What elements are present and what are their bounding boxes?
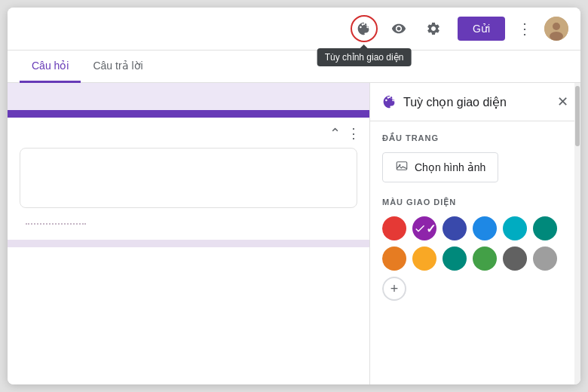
palette-button[interactable] (351, 15, 378, 42)
eye-icon (391, 21, 406, 36)
svg-point-1 (553, 23, 560, 30)
add-color-button[interactable]: + (382, 277, 406, 301)
color-orange[interactable] (382, 247, 406, 271)
tab-answers[interactable]: Câu trả lời (81, 51, 155, 83)
main-content: ⌃ ⋮ Tuỳ chọn giao diện ✕ Đ (8, 83, 580, 384)
header-icons: Tùy chỉnh giao diện Gửi ⋮ (351, 15, 568, 42)
accent-bar (8, 110, 369, 118)
preview-button[interactable] (385, 15, 412, 42)
gear-icon (426, 21, 441, 36)
avatar-image (544, 17, 568, 41)
color-blue[interactable] (473, 216, 497, 240)
color-gray[interactable] (533, 247, 557, 271)
choose-image-button[interactable]: Chọn hình ảnh (382, 152, 498, 182)
dotted-divider (26, 223, 86, 225)
close-panel-button[interactable]: ✕ (557, 93, 568, 110)
palette-btn-wrapper: Tùy chỉnh giao diện (351, 15, 378, 42)
color-grid (382, 216, 568, 271)
question-more-icon[interactable]: ⋮ (347, 125, 360, 142)
panel-header: Tuỳ chọn giao diện ✕ (370, 83, 580, 121)
tab-questions[interactable]: Câu hỏi (20, 51, 81, 83)
image-svg-icon (395, 159, 409, 173)
avatar[interactable] (544, 17, 568, 41)
checkmark-icon (414, 222, 426, 234)
left-panel: ⌃ ⋮ (8, 83, 369, 384)
scrollbar-thumb[interactable] (575, 86, 580, 146)
panel-title: Tuỳ chọn giao diện (403, 95, 551, 109)
color-teal[interactable] (533, 216, 557, 240)
panel-body: ĐẦU TRANG Chọn hình ảnh MÀU GIAO DIỆN (370, 121, 580, 384)
more-button[interactable]: ⋮ (513, 17, 537, 41)
palette-icon (357, 21, 372, 36)
svg-point-2 (550, 32, 563, 41)
scrollbar-track (574, 83, 580, 384)
theme-palette-icon (382, 94, 397, 109)
color-red[interactable] (382, 216, 406, 240)
settings-button[interactable] (420, 15, 447, 42)
svg-rect-3 (397, 162, 407, 170)
add-color-label: + (390, 281, 399, 297)
main-window: Tùy chỉnh giao diện Gửi ⋮ (8, 8, 580, 384)
color-indigo[interactable] (443, 216, 467, 240)
header: Tùy chỉnh giao diện Gửi ⋮ (8, 8, 580, 51)
color-green-teal[interactable] (443, 247, 467, 271)
color-dark-gray[interactable] (503, 247, 527, 271)
question-toolbar: ⌃ ⋮ (8, 119, 369, 148)
header-section-label: ĐẦU TRANG (382, 133, 568, 143)
choose-image-label: Chọn hình ảnh (415, 161, 485, 173)
header-banner (8, 83, 369, 110)
add-color-row: + (382, 277, 568, 301)
collapse-icon[interactable]: ⌃ (329, 125, 341, 142)
section-bar (8, 240, 369, 247)
tabs-bar: Câu hỏi Câu trả lời (8, 51, 580, 83)
theme-panel: Tuỳ chọn giao diện ✕ ĐẦU TRANG Chọn hình (369, 83, 580, 384)
color-purple[interactable] (412, 216, 436, 240)
question-card (20, 148, 357, 208)
color-green[interactable] (473, 247, 497, 271)
color-section-label: MÀU GIAO DIỆN (382, 198, 568, 207)
color-yellow[interactable] (412, 247, 436, 271)
send-button[interactable]: Gửi (458, 17, 505, 41)
image-icon (395, 159, 409, 176)
color-cyan[interactable] (503, 216, 527, 240)
